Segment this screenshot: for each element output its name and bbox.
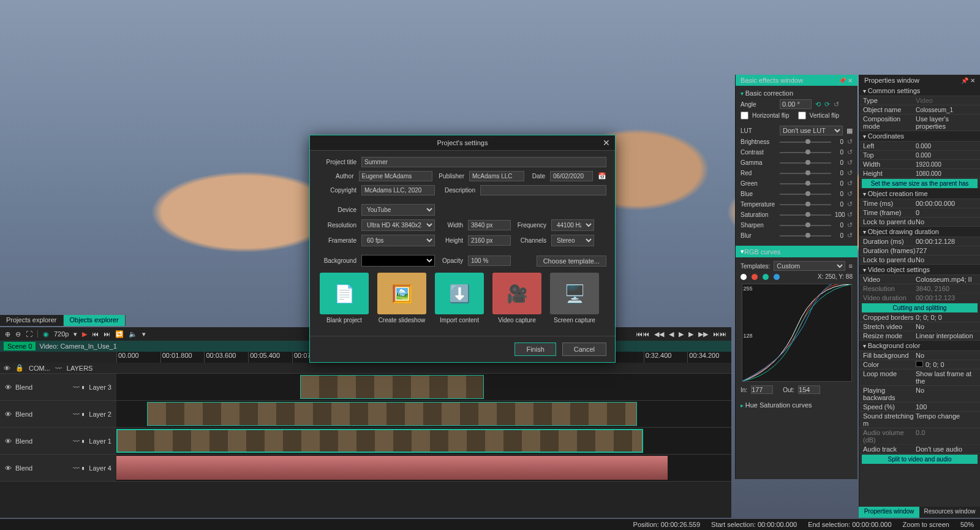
channel-blue-icon[interactable] [774, 274, 780, 280]
pin-icon[interactable]: 📌 ✕ [961, 77, 975, 84]
template-screen-capture[interactable]: 🖥️Screen capture [549, 273, 600, 324]
lock-icon[interactable]: 🔒 [15, 364, 24, 372]
drawing-duration-group[interactable]: ▾ Object drawing duration [859, 227, 980, 237]
tab-resources[interactable]: Resources window [919, 507, 980, 518]
height-input[interactable] [916, 170, 976, 177]
description-input[interactable] [480, 185, 606, 195]
zoom-out-icon[interactable]: ⊖ [15, 330, 21, 338]
lut-select[interactable]: Don't use LUT [780, 126, 843, 135]
opacity-input[interactable] [468, 256, 511, 266]
rotate-cw-icon[interactable]: ⟳ [824, 100, 830, 108]
object-name-input[interactable] [916, 106, 976, 113]
next-icon[interactable]: ▶ [688, 330, 693, 338]
rotate-ccw-icon[interactable]: ⟲ [815, 100, 821, 108]
template-blank-project[interactable]: 📄Blank project [318, 273, 370, 324]
reset-icon[interactable]: ↺ [847, 138, 853, 146]
play-icon[interactable]: ▶ [82, 330, 87, 338]
track-content[interactable] [116, 401, 731, 427]
channel-red-icon[interactable] [752, 274, 758, 280]
red-slider[interactable] [780, 173, 831, 174]
cutting-splitting-button[interactable]: Cutting and splitting [862, 303, 978, 312]
zoom-to-screen-button[interactable]: Zoom to screen [903, 521, 949, 528]
background-select[interactable] [361, 255, 435, 267]
fit-icon[interactable]: ⛶ [26, 330, 32, 338]
date-input[interactable] [550, 171, 593, 181]
top-input[interactable] [916, 151, 976, 159]
channel-green-icon[interactable] [763, 274, 769, 280]
reset-icon[interactable]: ↺ [847, 232, 853, 240]
track-content[interactable] [116, 374, 731, 400]
hflip-checkbox[interactable] [741, 112, 748, 119]
split-video-audio-button[interactable]: Split to video and audio [862, 455, 978, 464]
temperature-slider[interactable] [780, 204, 831, 205]
skip-start-icon[interactable]: ⏮⏮ [636, 330, 649, 338]
brightness-slider[interactable] [780, 142, 831, 143]
template-create-slideshow[interactable]: 🖼️Create slideshow [376, 273, 428, 324]
publisher-input[interactable] [469, 171, 524, 181]
template-import-content[interactable]: ⬇️Import content [434, 273, 485, 324]
calendar-icon[interactable]: 📅 [598, 172, 606, 180]
width-input[interactable] [916, 161, 976, 168]
track-content[interactable] [116, 428, 731, 454]
tab-objects-explorer[interactable]: Objects explorer [64, 315, 126, 326]
frequency-select[interactable]: 44100 Hz [551, 219, 594, 231]
template-video-capture[interactable]: 🎥Video capture [491, 273, 543, 324]
resolution-icon[interactable]: ◉ [43, 330, 49, 338]
channels-select[interactable]: Stereo [551, 235, 594, 246]
hue-saturation-section[interactable]: ▸ Hue Saturation curves [741, 400, 853, 410]
width-input[interactable] [468, 220, 511, 230]
choose-template-button[interactable]: Choose template... [537, 256, 606, 267]
pin-icon[interactable]: 📌 ✕ [839, 77, 853, 84]
curve-out-input[interactable] [798, 385, 820, 394]
basic-correction-section[interactable]: ▾ Basic correction [741, 88, 853, 98]
track-com[interactable]: COM... [29, 365, 50, 372]
reset-icon[interactable]: ↺ [847, 169, 853, 177]
rgb-curves-header[interactable]: ▾ RGB curves [736, 246, 858, 257]
reset-icon[interactable]: ↺ [847, 221, 853, 229]
framerate-select[interactable]: 60 fps [361, 235, 435, 246]
tab-projects-explorer[interactable]: Projects explorer [0, 315, 64, 326]
height-input[interactable] [468, 235, 511, 246]
reset-icon[interactable]: ↺ [847, 190, 853, 198]
dialog-close-icon[interactable]: ✕ [603, 138, 610, 148]
eye-icon[interactable]: 👁 [5, 464, 12, 472]
contrast-slider[interactable] [780, 152, 831, 153]
volume-icon[interactable]: 🔈 [129, 330, 137, 338]
eye-icon[interactable]: 👁 [5, 384, 12, 391]
channel-white-icon[interactable] [741, 274, 747, 280]
same-size-button[interactable]: Set the same size as the parent has [862, 179, 978, 188]
green-slider[interactable] [780, 183, 831, 184]
finish-button[interactable]: Finish [514, 343, 556, 356]
prev-frame-icon[interactable]: ◀◀ [654, 330, 664, 338]
eye-icon[interactable]: 👁 [4, 365, 10, 372]
reset-icon[interactable]: ↺ [847, 159, 853, 167]
reset-icon[interactable]: ↺ [847, 148, 853, 156]
step-fwd-icon[interactable]: ⏭ [104, 330, 110, 338]
left-input[interactable] [916, 142, 976, 150]
reset-icon[interactable]: ↺ [834, 100, 839, 108]
coordinates-group[interactable]: ▾ Coordinates [859, 131, 980, 142]
wave-icon[interactable]: 〰 [55, 365, 62, 372]
resolution-select[interactable]: Ultra HD 4K 3840x2160 pixels (16 [361, 219, 435, 231]
gamma-slider[interactable] [780, 162, 831, 164]
rgb-curves-graph[interactable]: 255 128 [742, 284, 852, 382]
copyright-input[interactable] [361, 185, 435, 195]
lut-icon[interactable]: ▦ [846, 127, 853, 135]
prev-icon[interactable]: ◀ [669, 330, 674, 338]
curve-in-input[interactable] [751, 385, 773, 394]
track-layers[interactable]: LAYERS [67, 365, 93, 372]
blur-slider[interactable] [780, 235, 831, 237]
clip-label[interactable]: Video: Camera_In_Use_1 [39, 343, 116, 350]
reset-icon[interactable]: ↺ [847, 211, 853, 219]
play-icon[interactable]: ▶ [679, 330, 684, 338]
zoom-value[interactable]: 50% [960, 521, 974, 528]
reset-icon[interactable]: ↺ [847, 180, 853, 187]
cancel-button[interactable]: Cancel [562, 343, 606, 356]
blue-slider[interactable] [780, 194, 831, 195]
device-select[interactable]: YouTube [361, 204, 435, 216]
saturation-slider[interactable] [780, 214, 831, 216]
chevron-down-icon[interactable]: ▾ [142, 330, 146, 338]
sharpen-slider[interactable] [780, 225, 831, 226]
eye-icon[interactable]: 👁 [5, 437, 12, 445]
chevron-down-icon[interactable]: ▾ [74, 330, 77, 338]
